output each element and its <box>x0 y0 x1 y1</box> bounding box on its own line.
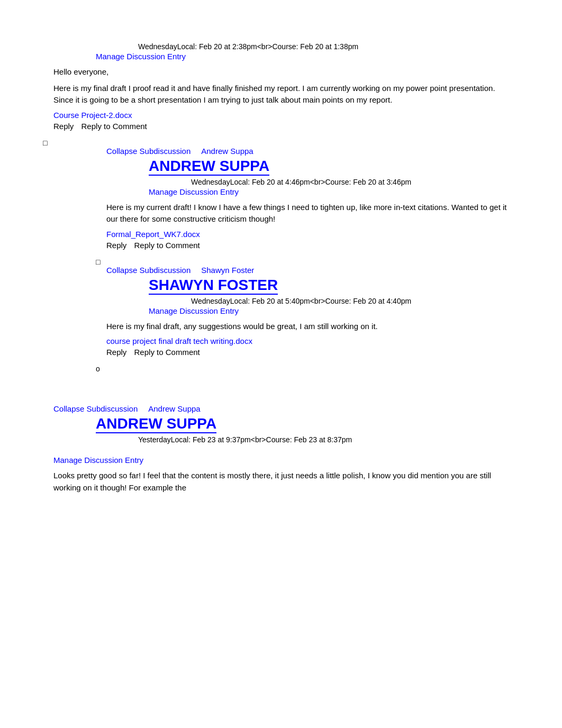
collapse-subdiscussion-2[interactable]: Collapse Subdiscussion <box>106 266 191 275</box>
subdiscussion2-manage-link[interactable]: Manage Discussion Entry <box>149 306 239 315</box>
subdiscussion1-timestamp: WednesdayLocal: Feb 20 at 4:46pm<br>Cour… <box>191 178 509 186</box>
author-heading-3[interactable]: ANDREW SUPPA <box>96 415 216 433</box>
author-link-2[interactable]: Shawyn Foster <box>201 266 254 275</box>
entry1-indent: WednesdayLocal: Feb 20 at 2:38pm<br>Cour… <box>96 42 509 66</box>
entry1-reply-comment-button[interactable]: Reply to Comment <box>81 122 147 131</box>
entry1-reply-button[interactable]: Reply <box>53 122 74 131</box>
subdiscussion2-indent: WednesdayLocal: Feb 20 at 5:40pm<br>Cour… <box>149 297 509 321</box>
author-link-3[interactable]: Andrew Suppa <box>148 404 200 413</box>
collapse-subdiscussion-1[interactable]: Collapse Subdiscussion <box>106 147 191 156</box>
subdiscussion1-reply-links: Reply Reply to Comment <box>106 241 509 250</box>
subdiscussion2-reply-button[interactable]: Reply <box>106 348 126 357</box>
subdiscussion-block-2: Collapse Subdiscussion Shawyn Foster SHA… <box>53 266 509 357</box>
subdiscussion3-timestamp: YesterdayLocal: Feb 23 at 9:37pm<br>Cour… <box>138 435 509 444</box>
entry1-greeting: Hello everyone, <box>53 66 509 78</box>
subdiscussion1-reply-comment-button[interactable]: Reply to Comment <box>134 241 200 250</box>
entry1-timestamp: WednesdayLocal: Feb 20 at 2:38pm<br>Cour… <box>138 42 509 51</box>
subdiscussion2-header: Collapse Subdiscussion Shawyn Foster <box>106 266 509 275</box>
subdiscussion1-body: Here is my current draft! I know I have … <box>106 202 509 225</box>
subdiscussion1-indent: WednesdayLocal: Feb 20 at 4:46pm<br>Cour… <box>149 178 509 202</box>
subdiscussion-block-3: Collapse Subdiscussion Andrew Suppa ANDR… <box>53 404 509 494</box>
author-link-1[interactable]: Andrew Suppa <box>201 147 253 156</box>
discussion-container: WednesdayLocal: Feb 20 at 2:38pm<br>Cour… <box>43 42 519 494</box>
subdiscussion1-unread-indicator: □ <box>96 258 100 266</box>
divider-2 <box>53 388 509 404</box>
subdiscussion2-reply-comment-button[interactable]: Reply to Comment <box>134 348 200 357</box>
entry1-body: Here is my final draft I proof read it a… <box>53 83 509 106</box>
subdiscussion2-timestamp: WednesdayLocal: Feb 20 at 5:40pm<br>Cour… <box>191 297 509 305</box>
divider-1 <box>53 372 509 388</box>
subdiscussion3-indent: YesterdayLocal: Feb 23 at 9:37pm<br>Cour… <box>96 435 509 444</box>
subdiscussion2-reply-links: Reply Reply to Comment <box>106 348 509 357</box>
entry1-unread-indicator: □ <box>43 139 47 147</box>
subdiscussion2-body: Here is my final draft, any suggestions … <box>106 321 509 333</box>
subdiscussion1-attachment[interactable]: Formal_Report_WK7.docx <box>106 230 509 239</box>
subdiscussion3-header: Collapse Subdiscussion Andrew Suppa <box>53 404 509 413</box>
author-heading-1[interactable]: ANDREW SUPPA <box>149 158 269 176</box>
subdiscussion3-body: Looks pretty good so far! I feel that th… <box>53 470 509 494</box>
subdiscussion3-manage-link[interactable]: Manage Discussion Entry <box>53 456 143 465</box>
collapse-subdiscussion-3[interactable]: Collapse Subdiscussion <box>53 404 138 413</box>
subdiscussion1-header: Collapse Subdiscussion Andrew Suppa <box>106 147 509 156</box>
entry1-attachment[interactable]: Course Project-2.docx <box>53 111 509 120</box>
subdiscussion2-unread-indicator: o <box>96 365 100 373</box>
subdiscussion1-reply-button[interactable]: Reply <box>106 241 126 250</box>
entry1-reply-links: Reply Reply to Comment <box>53 122 509 131</box>
author-heading-2[interactable]: SHAWYN FOSTER <box>149 277 278 295</box>
subdiscussion2-attachment[interactable]: course project final draft tech writing.… <box>106 336 509 345</box>
entry1-manage-link[interactable]: Manage Discussion Entry <box>96 52 186 61</box>
subdiscussion1-manage-link[interactable]: Manage Discussion Entry <box>149 187 239 196</box>
subdiscussion-block-1: Collapse Subdiscussion Andrew Suppa ANDR… <box>53 147 509 250</box>
entry-block-1: WednesdayLocal: Feb 20 at 2:38pm<br>Cour… <box>53 42 509 131</box>
